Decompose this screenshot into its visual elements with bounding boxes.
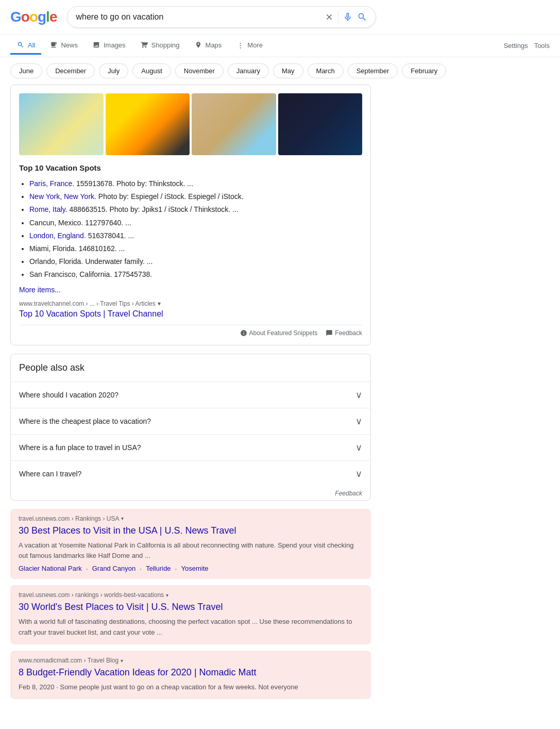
filter-january[interactable]: January bbox=[228, 63, 269, 78]
about-featured-snippets-link[interactable]: About Featured Snippets bbox=[240, 329, 318, 337]
paa-item-3[interactable]: Where is a fun place to travel in USA? ∨ bbox=[11, 434, 370, 460]
snippet-image-beach[interactable] bbox=[19, 93, 104, 155]
paa-question-2: Where is the cheapest place to vacation? bbox=[19, 417, 151, 425]
list-item-link[interactable]: Rome, Italy. bbox=[29, 205, 67, 213]
list-item-link[interactable]: London, England. bbox=[29, 231, 86, 240]
result-dropdown-2[interactable]: ▾ bbox=[166, 592, 168, 598]
tab-more[interactable]: ⋮ More bbox=[230, 37, 269, 55]
filter-may[interactable]: May bbox=[273, 63, 303, 78]
tab-news[interactable]: News bbox=[43, 37, 84, 55]
featured-snippet: Top 10 Vacation Spots Paris, France. 155… bbox=[10, 85, 371, 345]
filter-august[interactable]: August bbox=[132, 63, 171, 78]
tab-all[interactable]: All bbox=[10, 37, 41, 55]
result-breadcrumb-2: travel.usnews.com › rankings › worlds-be… bbox=[19, 591, 164, 599]
result-desc-2: With a world full of fascinating destina… bbox=[19, 617, 363, 638]
search-input[interactable] bbox=[76, 12, 320, 22]
filter-row: June December July August November Janua… bbox=[0, 57, 560, 85]
header: Google bbox=[0, 0, 560, 35]
list-item-link[interactable]: Paris, France. bbox=[29, 179, 74, 188]
paa-item-4[interactable]: Where can I travel? ∨ bbox=[11, 460, 370, 487]
tab-more-label: More bbox=[247, 41, 263, 49]
chevron-down-icon: ∨ bbox=[355, 468, 362, 479]
search-icon bbox=[16, 41, 25, 49]
tab-maps[interactable]: Maps bbox=[188, 37, 228, 55]
list-item: London, England. 516378041. ... bbox=[29, 229, 362, 242]
clear-button[interactable] bbox=[325, 12, 334, 22]
tab-news-label: News bbox=[61, 41, 78, 49]
snippet-feedback-link[interactable]: Feedback bbox=[326, 329, 362, 337]
paa-item-2[interactable]: Where is the cheapest place to vacation?… bbox=[11, 408, 370, 434]
result-breadcrumb-3: www.nomadicmatt.com › Travel Blog bbox=[19, 657, 118, 664]
logo-letter-g: G bbox=[10, 9, 21, 25]
snippet-footer: About Featured Snippets Feedback bbox=[19, 325, 362, 337]
result-link-separator: · bbox=[86, 565, 88, 573]
chevron-down-icon: ∨ bbox=[355, 442, 362, 453]
result-desc-3: Feb 8, 2020 · Some people just want to g… bbox=[19, 682, 363, 693]
paa-question-3: Where is a fun place to travel in USA? bbox=[19, 443, 141, 452]
tab-maps-label: Maps bbox=[206, 41, 222, 49]
people-also-ask-section: People also ask Where should I vacation … bbox=[10, 354, 371, 501]
maps-icon bbox=[194, 41, 202, 49]
paa-title: People also ask bbox=[11, 354, 370, 382]
search-button[interactable] bbox=[357, 12, 367, 22]
list-item: San Francisco, California. 177545738. bbox=[29, 268, 362, 281]
chevron-down-icon: ∨ bbox=[355, 416, 362, 427]
result-link-telluride[interactable]: Telluride bbox=[146, 565, 171, 573]
tab-images[interactable]: Images bbox=[86, 37, 132, 55]
nav-right-links: Settings Tools bbox=[504, 42, 550, 49]
paa-question-4: Where can I travel? bbox=[19, 470, 81, 478]
images-icon bbox=[92, 41, 100, 49]
snippet-image-colosseum[interactable] bbox=[192, 93, 276, 155]
paa-item-1[interactable]: Where should I vacation 2020? ∨ bbox=[11, 382, 370, 408]
snippet-list: Paris, France. 155913678. Photo by: Thin… bbox=[19, 177, 362, 281]
filter-february[interactable]: February bbox=[402, 63, 446, 78]
more-items-link[interactable]: More items... bbox=[19, 286, 61, 294]
snippet-source: www.travelchannel.com › ... › Travel Tip… bbox=[19, 300, 362, 319]
filter-july[interactable]: July bbox=[99, 63, 128, 78]
snippet-images bbox=[19, 93, 362, 155]
snippet-url-dropdown[interactable]: ▾ bbox=[158, 300, 161, 307]
chevron-down-icon: ∨ bbox=[355, 389, 362, 401]
result-title-3[interactable]: 8 Budget-Friendly Vacation Ideas for 202… bbox=[19, 667, 257, 677]
result-desc-1: A vacation at Yosemite National Park in … bbox=[19, 540, 363, 562]
settings-link[interactable]: Settings bbox=[504, 42, 528, 49]
snippet-source-link[interactable]: Top 10 Vacation Spots | Travel Channel bbox=[19, 309, 163, 318]
filter-december[interactable]: December bbox=[46, 63, 95, 78]
filter-june[interactable]: June bbox=[10, 63, 42, 78]
tools-link[interactable]: Tools bbox=[534, 42, 550, 49]
result-link-separator: · bbox=[175, 565, 177, 573]
filter-september[interactable]: September bbox=[348, 63, 398, 78]
result-title-1[interactable]: 30 Best Places to Visit in the USA | U.S… bbox=[19, 525, 236, 536]
snippet-feedback-label: Feedback bbox=[335, 329, 362, 337]
filter-march[interactable]: March bbox=[308, 63, 344, 78]
result-dropdown-3[interactable]: ▾ bbox=[121, 658, 123, 664]
paa-feedback-label[interactable]: Feedback bbox=[335, 490, 362, 497]
result-title-2[interactable]: 30 World's Best Places to Visit | U.S. N… bbox=[19, 602, 223, 612]
result-link-glacier[interactable]: Glacier National Park bbox=[19, 565, 82, 573]
search-bar bbox=[67, 6, 376, 28]
result-dropdown-1[interactable]: ▾ bbox=[121, 516, 124, 521]
logo-letter-o2: o bbox=[29, 9, 38, 25]
result-link-yosemite[interactable]: Yosemite bbox=[181, 565, 208, 573]
paa-question-1: Where should I vacation 2020? bbox=[19, 391, 118, 399]
snippet-image-city[interactable] bbox=[106, 93, 190, 155]
list-item-link[interactable]: New York, New York. bbox=[29, 192, 96, 201]
logo-letter-g2: g bbox=[38, 9, 46, 25]
list-item: Paris, France. 155913678. Photo by: Thin… bbox=[29, 177, 362, 190]
list-item: New York, New York. Photo by: Espiegel /… bbox=[29, 190, 362, 203]
logo-letter-o1: o bbox=[21, 9, 29, 25]
news-icon bbox=[49, 41, 58, 49]
list-item: Cancun, Mexico. 112797640. ... bbox=[29, 217, 362, 229]
search-result-1: travel.usnews.com › Rankings › USA ▾ 30 … bbox=[10, 509, 371, 579]
snippet-image-arch[interactable] bbox=[278, 93, 363, 155]
voice-search-button[interactable] bbox=[343, 12, 353, 22]
search-result-3: www.nomadicmatt.com › Travel Blog ▾ 8 Bu… bbox=[10, 651, 371, 699]
search-result-2: travel.usnews.com › rankings › worlds-be… bbox=[10, 585, 371, 644]
result-link-grand-canyon[interactable]: Grand Canyon bbox=[92, 565, 136, 573]
result-links-1: Glacier National Park · Grand Canyon · T… bbox=[19, 565, 363, 573]
list-item: Rome, Italy. 488663515. Photo by: Jpiks1… bbox=[29, 203, 362, 216]
google-logo[interactable]: Google bbox=[10, 9, 57, 25]
shopping-icon bbox=[140, 41, 148, 49]
tab-shopping[interactable]: Shopping bbox=[134, 37, 186, 55]
filter-november[interactable]: November bbox=[175, 63, 224, 78]
